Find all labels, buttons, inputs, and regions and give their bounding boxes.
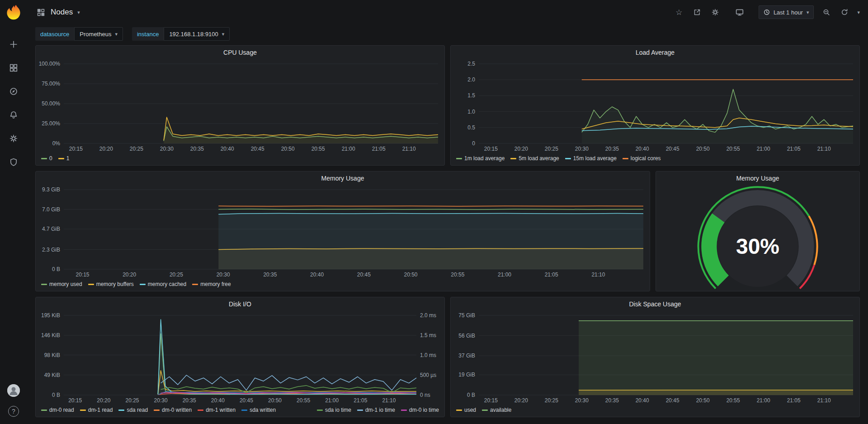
legend-label: dm-0 read xyxy=(49,407,74,413)
svg-text:20:40: 20:40 xyxy=(211,397,225,404)
svg-text:7.0 GiB: 7.0 GiB xyxy=(42,206,60,213)
svg-text:1.0: 1.0 xyxy=(467,109,475,115)
legend-label: 1 xyxy=(66,155,70,162)
variable-datasource[interactable]: datasource Prometheus ▾ xyxy=(35,27,123,41)
clock-icon xyxy=(764,9,770,15)
svg-text:20:35: 20:35 xyxy=(190,146,204,152)
share-icon[interactable] xyxy=(692,7,703,18)
legend-label: sda io time xyxy=(325,407,351,413)
settings-gear-icon[interactable] xyxy=(710,7,721,18)
legend-item[interactable]: memory buffers xyxy=(88,281,134,287)
dashboards-icon[interactable] xyxy=(8,62,19,73)
legend-label: 5m load average xyxy=(519,155,559,162)
variable-instance[interactable]: instance 192.168.1.18:9100 ▾ xyxy=(132,27,230,41)
legend-label: memory cached xyxy=(148,281,186,287)
legend-item[interactable]: used xyxy=(456,407,476,413)
star-icon[interactable]: ☆ xyxy=(674,7,684,18)
legend-item[interactable]: memory used xyxy=(41,281,82,287)
legend-label: sda read xyxy=(127,407,148,413)
legend-item[interactable]: logical cores xyxy=(623,155,661,162)
nav-actions: ☆ Last 1 hour ▾ ▾ xyxy=(674,5,860,19)
top-navbar: Nodes ▾ ☆ Last 1 hour ▾ ▾ xyxy=(27,0,868,24)
legend-swatch-icon xyxy=(41,284,47,285)
cpu-usage-legend: 01 xyxy=(36,153,444,165)
create-icon[interactable] xyxy=(8,39,19,50)
panel-title[interactable]: Disk I/O xyxy=(36,297,444,311)
legend-swatch-icon xyxy=(198,410,203,411)
panel-disk-io: Disk I/O 0 B49 KiB98 KiB146 KiB195 KiB0 … xyxy=(35,297,445,417)
svg-text:9.3 GiB: 9.3 GiB xyxy=(42,186,60,193)
legend-item[interactable]: dm-0 io time xyxy=(401,407,439,413)
legend-item[interactable]: 0 xyxy=(41,155,52,162)
help-icon[interactable]: ? xyxy=(8,406,19,417)
cpu-usage-chart[interactable]: 0%25.00%50.00%75.00%100.00%20:1520:2020:… xyxy=(36,59,444,153)
tv-kiosk-icon[interactable] xyxy=(734,7,745,18)
memory-usage-gauge[interactable]: 30% xyxy=(656,185,859,291)
legend-label: used xyxy=(464,407,476,413)
legend-item[interactable]: memory cached xyxy=(140,281,186,287)
legend-item[interactable]: available xyxy=(482,407,511,413)
legend-swatch-icon xyxy=(482,410,488,411)
memory-usage-chart[interactable]: 0 B2.3 GiB4.7 GiB7.0 GiB9.3 GiB20:1520:2… xyxy=(36,185,650,279)
sidebar-bottom: ? xyxy=(7,384,20,417)
time-range-picker[interactable]: Last 1 hour ▾ xyxy=(759,5,814,19)
panel-title[interactable]: Memory Usage xyxy=(36,172,650,185)
legend-item[interactable]: dm-0 read xyxy=(41,407,74,413)
svg-text:20:30: 20:30 xyxy=(575,397,589,404)
svg-text:500 µs: 500 µs xyxy=(420,372,436,378)
legend-item[interactable]: dm-1 io time xyxy=(357,407,395,413)
configuration-icon[interactable] xyxy=(8,133,19,144)
legend-label: logical cores xyxy=(631,155,661,162)
variable-value-dropdown[interactable]: 192.168.1.18:9100 ▾ xyxy=(164,27,230,41)
server-admin-shield-icon[interactable] xyxy=(8,157,19,167)
svg-text:20:25: 20:25 xyxy=(545,146,558,152)
svg-text:20:55: 20:55 xyxy=(297,397,310,404)
refresh-icon[interactable] xyxy=(839,7,850,18)
svg-text:21:05: 21:05 xyxy=(354,397,367,404)
legend-item[interactable]: 1m load average xyxy=(456,155,505,162)
refresh-interval-caret-icon[interactable]: ▾ xyxy=(857,10,860,15)
svg-text:25.00%: 25.00% xyxy=(42,120,60,127)
legend-item[interactable]: 1 xyxy=(58,155,70,162)
variable-caret-icon: ▾ xyxy=(115,31,118,37)
svg-text:21:10: 21:10 xyxy=(591,272,605,278)
legend-label: memory free xyxy=(200,281,231,287)
legend-item[interactable]: 5m load average xyxy=(510,155,559,162)
dashboard-title[interactable]: Nodes xyxy=(51,8,73,17)
explore-icon[interactable] xyxy=(8,86,19,97)
disk-space-usage-chart[interactable]: 0 B19 GiB37 GiB56 GiB75 GiB20:1520:2020:… xyxy=(451,311,859,405)
panel-title[interactable]: Disk Space Usage xyxy=(451,297,859,311)
svg-text:20:35: 20:35 xyxy=(183,397,196,404)
zoom-out-icon[interactable] xyxy=(821,7,832,18)
alerting-icon[interactable] xyxy=(8,110,19,120)
legend-item[interactable]: dm-0 written xyxy=(154,407,192,413)
nav-breadcrumb[interactable]: Nodes ▾ xyxy=(35,7,80,18)
panel-title[interactable]: Load Average xyxy=(451,46,859,59)
load-average-chart[interactable]: 00.51.01.52.02.520:1520:2020:2520:3020:3… xyxy=(451,59,859,153)
legend-item[interactable]: sda written xyxy=(241,407,276,413)
legend-item[interactable]: sda read xyxy=(118,407,148,413)
svg-text:30%: 30% xyxy=(736,234,779,258)
svg-text:20:55: 20:55 xyxy=(726,146,740,152)
legend-item[interactable]: dm-1 written xyxy=(198,407,236,413)
legend-item[interactable]: 15m load average xyxy=(565,155,617,162)
legend-item[interactable]: dm-1 read xyxy=(80,407,113,413)
legend-item[interactable]: sda io time xyxy=(317,407,351,413)
svg-text:21:00: 21:00 xyxy=(757,397,770,404)
disk-io-chart[interactable]: 0 B49 KiB98 KiB146 KiB195 KiB0 ns500 µs1… xyxy=(36,311,444,405)
legend-label: memory buffers xyxy=(96,281,134,287)
legend-item[interactable]: memory free xyxy=(192,281,231,287)
svg-text:0 B: 0 B xyxy=(467,392,475,398)
svg-text:146 KiB: 146 KiB xyxy=(41,332,60,338)
legend-swatch-icon xyxy=(401,410,407,411)
variable-value-dropdown[interactable]: Prometheus ▾ xyxy=(74,27,123,41)
svg-text:1.5 ms: 1.5 ms xyxy=(420,332,436,338)
user-avatar[interactable] xyxy=(7,384,20,397)
legend-label: 15m load average xyxy=(573,155,617,162)
dashboard-caret-icon[interactable]: ▾ xyxy=(77,10,80,15)
grafana-logo[interactable] xyxy=(5,4,22,21)
panel-title[interactable]: CPU Usage xyxy=(36,46,444,59)
variable-label: instance xyxy=(132,27,164,41)
svg-text:0.5: 0.5 xyxy=(467,124,475,131)
panel-title[interactable]: Memory Usage xyxy=(656,172,859,185)
